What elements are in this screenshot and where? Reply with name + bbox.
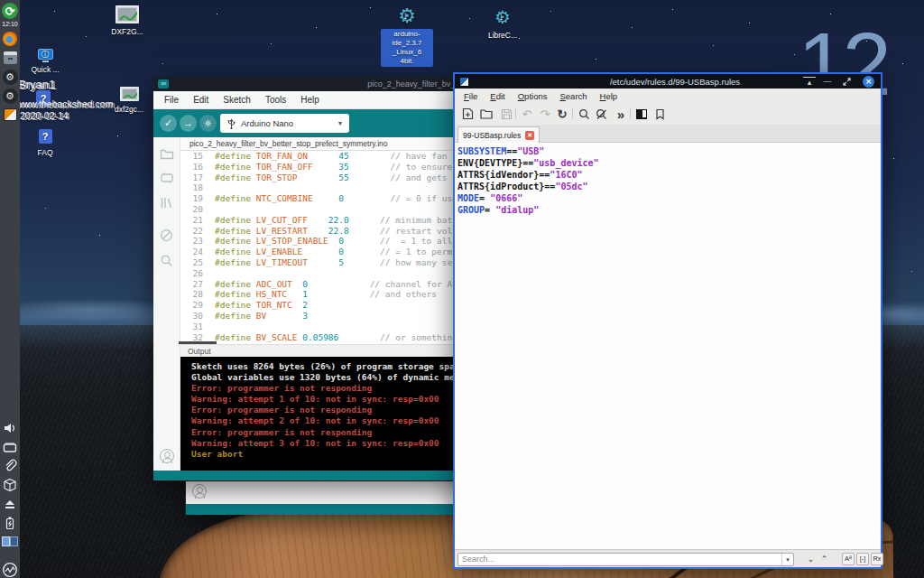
tab-close-icon[interactable]: ✕ (525, 131, 534, 140)
upload-button[interactable]: → (180, 115, 197, 132)
title-bar[interactable]: /etc/udev/rules.d/99-USBasp.rules ▴ — ✕ (455, 74, 881, 89)
tab-bar: 99-USBasp.rules ✕ (455, 125, 881, 143)
token-cmt: // and others (370, 289, 437, 299)
close-button[interactable]: ✕ (863, 76, 874, 88)
open-file-icon[interactable] (479, 107, 494, 121)
end-search-icon[interactable] (595, 107, 609, 121)
menu-item-sketch[interactable]: Sketch (216, 95, 258, 105)
account-icon[interactable] (192, 484, 207, 499)
chevron-down-icon[interactable]: ▾ (781, 554, 793, 565)
desktop-icon-dxf2g[interactable]: DXF2G... (99, 5, 155, 36)
regex-toggle[interactable]: Rx (871, 553, 883, 565)
featherpad-window[interactable]: /etc/udev/rules.d/99-USBasp.rules ▴ — ✕ … (453, 72, 882, 569)
whole-word-toggle[interactable]: [-] (856, 553, 869, 565)
line-number: 24 (180, 247, 215, 257)
minimize-button[interactable]: — (821, 75, 834, 88)
monitor-info-icon: ⓘ (38, 49, 53, 60)
debug-panel-icon[interactable] (159, 227, 175, 243)
archive-icon[interactable] (2, 50, 18, 66)
editor-line: ENV{DEVTYPE}=="usb_device" (457, 157, 881, 169)
paperclip-icon[interactable] (2, 458, 18, 474)
token-plain: ENV{DEVTYPE} (457, 158, 522, 168)
menu-item-help[interactable]: Help (594, 91, 624, 101)
menu-item-search[interactable]: Search (553, 91, 593, 101)
boards-manager-icon[interactable] (159, 170, 175, 186)
token-num: 45 (338, 151, 348, 161)
reload-icon[interactable]: ↻ (555, 107, 569, 121)
save-icon[interactable] (499, 107, 513, 121)
token-sp (349, 215, 380, 225)
new-document-icon[interactable] (460, 107, 475, 121)
match-case-toggle[interactable]: Aª (842, 553, 855, 565)
icon-label: dxf2gc... (101, 105, 157, 114)
find-previous-button[interactable]: ⌃ (818, 553, 830, 565)
side-pane-icon[interactable] (634, 107, 649, 121)
menu-item-edit[interactable]: Edit (484, 91, 511, 101)
debug-button[interactable] (199, 115, 217, 132)
maximize-button[interactable] (840, 75, 853, 88)
token-kw: #define (215, 311, 256, 321)
system-monitor-icon[interactable] (2, 562, 18, 578)
desktop-icon-librecad[interactable]: ⚙↓ LibreC... (476, 7, 529, 40)
token-name: ADC_OUT (256, 279, 292, 289)
desktop-icon-arduino-ide[interactable]: ⚙↓ arduino-ide_2.3.7_Linux_64bit. (381, 5, 433, 67)
search-input[interactable]: Search... ▾ (457, 553, 794, 566)
token-kw: #define (215, 226, 256, 236)
jump-icon[interactable]: » (614, 107, 628, 121)
desktop-icon-dxf2gc[interactable]: dxf2gc... (101, 87, 157, 114)
sketchbook-folder-icon[interactable] (159, 145, 175, 162)
keyboard-icon[interactable] (2, 439, 18, 455)
firefox-icon[interactable] (2, 31, 18, 47)
token-key: SUBSYSTEM (457, 146, 506, 156)
menu-item-tools[interactable]: Tools (258, 95, 293, 105)
shade-button[interactable]: ▴ (803, 77, 816, 86)
menu-item-edit[interactable]: Edit (186, 95, 216, 105)
bookmark-icon[interactable] (652, 107, 667, 121)
tab-label: 99-USBasp.rules (463, 131, 521, 140)
token-str: "dialup" (495, 205, 539, 215)
token-str: "16C0" (550, 170, 582, 180)
gear-icon[interactable]: ⚙ (2, 88, 18, 104)
desktop-icon-faq[interactable]: ? FAQ (25, 129, 65, 157)
eject-icon[interactable] (2, 496, 18, 512)
token-name: LV_STOP_ENABLE (256, 236, 328, 246)
search-icon[interactable] (159, 252, 175, 268)
board-selector[interactable]: Arduino Nano ▾ (220, 114, 349, 133)
account-icon[interactable] (160, 449, 174, 463)
appimage-gear-icon: ⚙↓ (493, 7, 513, 27)
text-editor-area[interactable]: SUBSYSTEM=="USB"ENV{DEVTYPE}=="usb_devic… (455, 143, 881, 549)
menu-item-help[interactable]: Help (293, 95, 327, 105)
gear-icon[interactable]: ⚙ (2, 69, 18, 85)
token-kw: #define (215, 193, 256, 203)
token-kw: #define (215, 151, 256, 161)
notes-icon[interactable] (2, 107, 18, 123)
editor-line: MODE= "0666" (457, 192, 881, 204)
volume-icon[interactable] (2, 420, 18, 436)
token-kw: #define (215, 289, 256, 299)
line-number: 27 (180, 279, 215, 290)
menu-item-file[interactable]: File (157, 95, 186, 105)
library-manager-icon[interactable] (159, 194, 175, 210)
token-sp (308, 226, 328, 236)
line-number: 26 (180, 268, 215, 279)
update-manager-icon[interactable]: ⟳ (2, 3, 18, 19)
workspace-pager[interactable] (2, 536, 18, 546)
question-mark-icon: ? (39, 129, 52, 144)
menu-item-options[interactable]: Options (512, 91, 554, 101)
redo-icon[interactable]: ↷ (538, 107, 552, 121)
file-tab[interactable]: 99-USBasp.rules ✕ (457, 126, 540, 143)
package-icon[interactable] (2, 477, 18, 493)
token-name: TOR_STOP (256, 172, 298, 182)
desktop-icon-quick-start[interactable]: ⓘ Quick ... (23, 49, 67, 74)
desktop-label-website: www.thebackshed.com (16, 98, 113, 109)
find-next-button[interactable]: ⌄ (805, 553, 817, 565)
search-icon[interactable] (577, 107, 591, 121)
undo-icon[interactable]: ↶ (520, 107, 534, 121)
menu-item-file[interactable]: File (457, 91, 484, 101)
sketch-tab[interactable]: pico_2_heavy_filter_bv_better_stop_prefe… (189, 137, 388, 151)
line-number: 21 (180, 215, 215, 226)
verify-button[interactable]: ✓ (160, 115, 177, 132)
panel-clock[interactable]: 12:10 (2, 21, 18, 28)
battery-icon[interactable] (2, 515, 18, 531)
token-sp (308, 215, 328, 225)
